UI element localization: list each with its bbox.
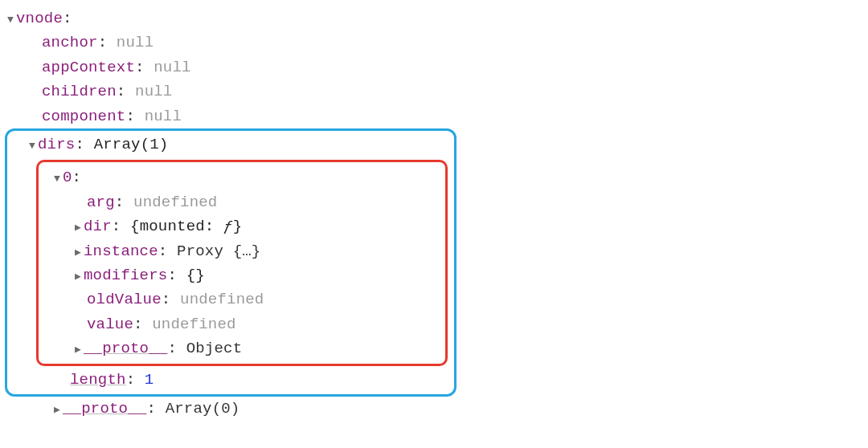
- caret-down-icon[interactable]: [51, 171, 63, 188]
- prop-key: length: [70, 368, 126, 392]
- prop-value: null: [135, 79, 172, 104]
- tree-row[interactable]: dir: {mounted: ƒ}: [10, 214, 439, 238]
- highlight-box-item0: 0: arg: undefined dir: {mounted: ƒ} inst…: [36, 160, 448, 366]
- prop-value: Proxy {…}: [177, 239, 260, 263]
- prop-value: undefined: [152, 312, 235, 336]
- highlight-box-dirs: dirs: Array(1) 0: arg: undefined dir: {m…: [5, 128, 457, 397]
- tree-row[interactable]: anchor: null: [0, 31, 868, 55]
- prop-key: children: [42, 79, 117, 104]
- prop-value: null: [145, 104, 182, 128]
- prop-value: 1: [145, 368, 154, 392]
- prop-key: appContext: [42, 55, 135, 79]
- prop-value: {}: [186, 263, 205, 287]
- prop-key: 0: [63, 165, 72, 189]
- caret-down-icon[interactable]: [27, 138, 38, 155]
- prop-value: Array(1): [94, 132, 169, 157]
- prop-value: {mounted: ƒ}: [130, 214, 242, 238]
- tree-row[interactable]: value: undefined: [10, 312, 439, 336]
- tree-row-index0[interactable]: 0:: [10, 165, 439, 189]
- prop-value: Array(0): [166, 397, 240, 421]
- caret-right-icon[interactable]: [51, 402, 63, 419]
- prop-value: null: [117, 31, 154, 55]
- prop-value: undefined: [133, 190, 217, 214]
- tree-row-length[interactable]: length: 1: [7, 368, 448, 392]
- prop-key: dirs: [38, 132, 75, 157]
- prop-key: modifiers: [84, 263, 167, 287]
- tree-row-dirs[interactable]: dirs: Array(1): [7, 132, 448, 157]
- prop-key-proto: __proto__: [84, 336, 167, 360]
- prop-value: null: [154, 55, 190, 79]
- caret-right-icon[interactable]: [72, 220, 84, 237]
- caret-down-icon[interactable]: [5, 12, 16, 29]
- tree-row[interactable]: __proto__: Object: [10, 336, 439, 360]
- prop-value: Object: [186, 336, 243, 360]
- prop-key-proto: __proto__: [63, 397, 146, 421]
- colon: :: [63, 6, 72, 31]
- prop-key: component: [42, 104, 125, 128]
- prop-key: dir: [84, 214, 112, 238]
- prop-key: anchor: [42, 31, 98, 55]
- tree-row[interactable]: modifiers: {}: [10, 263, 439, 287]
- prop-key: value: [87, 312, 133, 336]
- tree-row-vnode[interactable]: vnode:: [0, 6, 868, 31]
- prop-key: vnode: [16, 6, 63, 31]
- prop-key: oldValue: [87, 287, 162, 312]
- tree-row[interactable]: instance: Proxy {…}: [10, 239, 439, 263]
- tree-row-proto[interactable]: __proto__: Array(0): [0, 397, 868, 421]
- tree-row[interactable]: arg: undefined: [10, 190, 439, 214]
- prop-value: undefined: [180, 287, 264, 312]
- prop-key: instance: [84, 239, 158, 263]
- tree-row[interactable]: children: null: [0, 79, 868, 104]
- caret-right-icon[interactable]: [72, 342, 84, 359]
- caret-right-icon[interactable]: [72, 245, 84, 262]
- tree-row[interactable]: component: null: [0, 104, 868, 128]
- caret-right-icon[interactable]: [72, 269, 84, 286]
- tree-row[interactable]: appContext: null: [0, 55, 868, 79]
- tree-row[interactable]: oldValue: undefined: [10, 287, 439, 312]
- prop-key: arg: [87, 190, 115, 214]
